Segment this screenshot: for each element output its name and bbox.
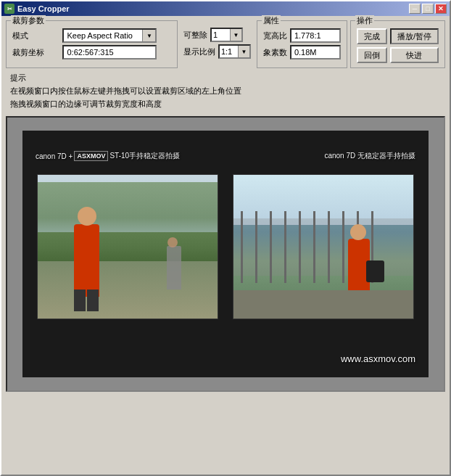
video-left-panel <box>37 174 218 319</box>
ratio-label: 宽高比 <box>263 30 287 41</box>
title-buttons: ─ □ ✕ <box>409 4 447 14</box>
window-title: Easy Cropper <box>17 4 70 13</box>
close-button[interactable]: ✕ <box>435 4 447 14</box>
video-right-panel <box>233 174 414 319</box>
left-label-text2: ST-10手持稳定器拍摄 <box>109 151 180 161</box>
asxmov-badge: ASXMOV <box>74 151 108 161</box>
rewind-button[interactable]: 回倒 <box>357 47 387 63</box>
mode-select-value: Keep Aspect Ratio <box>64 31 142 40</box>
video-frame[interactable]: canon 7D + ASXMOV ST-10手持稳定器拍摄 canon 7D … <box>22 131 429 377</box>
pixels-label: 象素数 <box>263 47 287 58</box>
mode-select[interactable]: Keep Aspect Ratio ▼ <box>62 28 157 43</box>
coords-input[interactable]: 0:62:567:315 <box>62 45 157 60</box>
main-window: ✂ Easy Cropper ─ □ ✕ 裁剪参数 模式 Keep Aspect… <box>0 0 451 476</box>
divisible-select[interactable]: 1 ▼ <box>210 28 243 42</box>
left-video-label: canon 7D + ASXMOV ST-10手持稳定器拍摄 <box>36 151 180 161</box>
hints-title: 提示 <box>10 73 26 82</box>
scale-label: 显示比例 <box>183 46 215 57</box>
right-label-text: canon 7D 无稳定器手持拍摄 <box>324 152 415 160</box>
hints-section: 提示 在视频窗口内按住鼠标左键并拖拽可以设置裁剪区域的左上角位置 拖拽视频窗口的… <box>1 68 450 113</box>
mode-select-arrow[interactable]: ▼ <box>142 30 155 41</box>
ratio-value-field: 1.778:1 <box>290 28 341 43</box>
mode-label: 模式 <box>12 30 58 41</box>
minimize-button[interactable]: ─ <box>409 4 421 14</box>
scale-select[interactable]: 1:1 ▼ <box>218 44 251 59</box>
coords-value: 0:62:567:315 <box>67 48 113 57</box>
fast-fwd-button[interactable]: 快进 <box>390 47 439 63</box>
properties-label: 属性 <box>262 15 281 26</box>
app-icon: ✂ <box>4 4 15 14</box>
website-text: www.asxmov.com <box>341 353 415 364</box>
video-area[interactable]: canon 7D + ASXMOV ST-10手持稳定器拍摄 canon 7D … <box>6 116 445 392</box>
maximize-button[interactable]: □ <box>422 4 434 14</box>
title-bar: ✂ Easy Cropper ─ □ ✕ <box>1 1 450 16</box>
divisible-arrow[interactable]: ▼ <box>230 29 241 41</box>
ratio-value: 1.778:1 <box>294 31 321 40</box>
divisible-label: 可整除 <box>183 30 207 41</box>
coords-label: 裁剪坐标 <box>12 47 58 58</box>
pixels-value-field: 0.18M <box>290 45 341 60</box>
website-label: www.asxmov.com <box>341 353 415 364</box>
hint-line2: 拖拽视频窗口的边缘可调节裁剪宽度和高度 <box>10 98 441 111</box>
right-video-label: canon 7D 无稳定器手持拍摄 <box>324 151 415 161</box>
divisible-value: 1 <box>212 30 230 39</box>
crop-params-label: 裁剪参数 <box>11 15 46 26</box>
operations-label: 操作 <box>355 15 374 26</box>
scale-arrow[interactable]: ▼ <box>238 46 249 57</box>
play-stop-button[interactable]: 播放/暂停 <box>390 28 439 44</box>
complete-button[interactable]: 完成 <box>357 28 387 44</box>
title-bar-left: ✂ Easy Cropper <box>4 4 70 14</box>
left-label-text1: canon 7D + <box>36 152 73 160</box>
scale-value: 1:1 <box>220 47 238 56</box>
hint-line1: 在视频窗口内按住鼠标左键并拖拽可以设置裁剪区域的左上角位置 <box>10 85 441 98</box>
pixels-value: 0.18M <box>294 48 317 57</box>
